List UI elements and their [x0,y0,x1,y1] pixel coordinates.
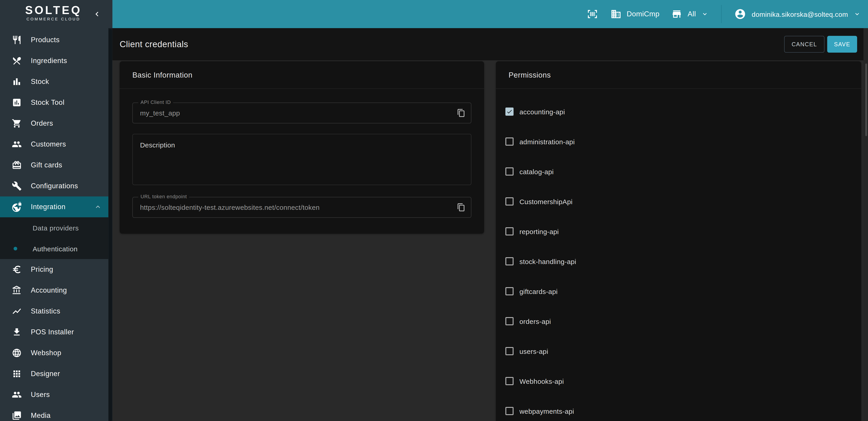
checkbox[interactable] [505,227,514,235]
cancel-button[interactable]: CANCEL [784,36,825,53]
permission-label: CustomershipApi [520,198,572,205]
gift-card-icon [12,160,22,170]
checkbox[interactable] [505,287,514,295]
checkbox[interactable] [505,257,514,265]
permission-row[interactable]: accounting-api [496,96,861,127]
download-icon [12,327,22,337]
sidebar-item-pos-installer[interactable]: POS Installer [0,321,108,342]
checkbox[interactable] [505,377,514,385]
building-icon[interactable] [610,9,621,20]
checkbox[interactable] [505,317,514,325]
checkbox[interactable] [505,197,514,205]
main-content: Basic Information API Client ID my_test_… [113,60,868,421]
sidebar-item-integration[interactable]: Integration [0,196,108,217]
chevron-down-icon[interactable] [854,10,861,18]
active-dot-icon [13,247,17,250]
wrench-icon [12,181,22,191]
sidebar-item-orders[interactable]: Orders [0,113,108,134]
url-token-endpoint-field[interactable]: URL token endpoint https://solteqidentit… [132,197,471,218]
sidebar-item-label: Customers [31,140,66,148]
app-window: DomiCmp All dominika.sikorska@solteq.com… [0,0,868,421]
window-scrollbar[interactable] [864,28,868,421]
sidebar-item-label: Designer [31,370,60,378]
permission-label: webpayments-api [520,407,574,415]
save-button[interactable]: SAVE [827,36,857,53]
sidebar-subitem-authentication[interactable]: Authentication [0,238,108,259]
chevron-down-icon[interactable] [702,10,709,18]
sidebar-item-label: Stock Tool [31,99,64,107]
sidebar-item-ingredients[interactable]: Ingredients [0,50,108,71]
permission-row[interactable]: reporting-api [496,216,861,246]
logo: SOLTEQ COMMERCE CLOUD [0,0,113,28]
subitem-label: Data providers [33,224,79,232]
api-client-id-field[interactable]: API Client ID my_test_app [132,103,471,123]
permissions-card: Permissions accounting-api administratio… [496,61,861,421]
sidebar-collapse-icon[interactable] [92,9,101,19]
sidebar-item-designer[interactable]: Designer [0,363,108,384]
permission-row[interactable]: giftcards-api [496,276,861,306]
checkbox[interactable] [505,347,514,355]
permission-label: stock-handling-api [520,257,576,265]
checkbox[interactable] [505,108,514,116]
sidebar-item-pricing[interactable]: Pricing [0,259,108,280]
logo-title: SOLTEQ [13,4,93,16]
account-circle-icon[interactable] [735,8,746,20]
page-title-bar: Client credentials CANCEL SAVE [113,28,868,60]
permission-row[interactable]: stock-handling-api [496,246,861,276]
sidebar-scrollbar-thumb[interactable] [109,29,112,421]
store-filter-value[interactable]: All [688,10,696,18]
company-name[interactable]: DomiCmp [627,10,659,18]
copy-icon[interactable] [457,203,465,212]
logo-subtitle: COMMERCE CLOUD [13,17,93,21]
sidebar-item-gift-cards[interactable]: Gift cards [0,155,108,175]
permissions-list: accounting-api administration-api catalo… [496,96,861,421]
page-title: Client credentials [120,39,188,49]
sidebar-item-products[interactable]: Products [0,29,108,50]
copy-icon[interactable] [457,109,465,117]
description-field[interactable]: Description [132,134,471,185]
sidebar-item-stock-tool[interactable]: Stock Tool [0,92,108,113]
sidebar-item-webshop[interactable]: Webshop [0,342,108,363]
window-scrollbar-thumb[interactable] [865,63,867,136]
checkbox[interactable] [505,137,514,146]
basic-information-card: Basic Information API Client ID my_test_… [120,61,484,234]
permission-label: orders-api [520,317,551,325]
storefront-icon[interactable] [671,9,682,20]
sidebar-item-customers[interactable]: Customers [0,134,108,155]
sidebar-item-configurations[interactable]: Configurations [0,175,108,196]
sidebar-item-accounting[interactable]: Accounting [0,280,108,301]
sidebar-item-stock[interactable]: Stock [0,71,108,92]
restaurant-icon [12,35,22,45]
user-email[interactable]: dominika.sikorska@solteq.com [752,10,848,18]
permission-row[interactable]: catalog-api [496,157,861,187]
globe-icon [12,348,22,358]
sidebar-item-label: Products [31,36,60,44]
permission-row[interactable]: users-api [496,336,861,366]
permission-row[interactable]: webpayments-api [496,396,861,421]
checkbox[interactable] [505,407,514,415]
sidebar-nav: Products Ingredients Stock Stock Tool Or… [0,29,108,421]
card-title: Permissions [508,71,551,79]
permission-label: administration-api [520,138,575,145]
chevron-up-icon[interactable] [94,203,102,211]
sidebar-item-statistics[interactable]: Statistics [0,301,108,321]
sidebar-item-label: Orders [31,119,53,128]
permission-row[interactable]: administration-api [496,127,861,157]
sidebar-item-label: Users [31,391,50,399]
barcode-scanner-icon[interactable] [587,9,598,20]
shopping-cart-icon [12,118,22,129]
sidebar-item-users[interactable]: Users [0,384,108,405]
permission-row[interactable]: CustomershipApi [496,187,861,216]
permission-label: reporting-api [520,227,559,235]
people-icon [12,139,22,149]
permission-row[interactable]: Webhooks-api [496,366,861,396]
sidebar-subitem-data-providers[interactable]: Data providers [0,217,108,238]
checkbox[interactable] [505,167,514,175]
permission-label: users-api [520,347,548,355]
sidebar-scrollbar[interactable] [108,28,113,421]
sidebar-item-media[interactable]: Media [0,405,108,421]
line-chart-icon [12,306,22,316]
description-label: Description [140,141,175,149]
permission-row[interactable]: orders-api [496,306,861,336]
sidebar-item-label: Ingredients [31,57,67,65]
